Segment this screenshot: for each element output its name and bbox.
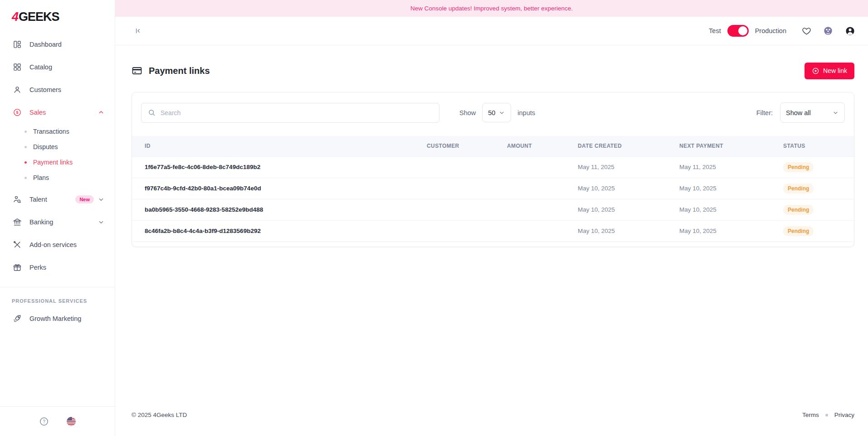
filter-label: Filter: (756, 109, 773, 116)
search-input[interactable] (141, 103, 439, 123)
sidebar-item-banking[interactable]: Banking (0, 211, 115, 233)
sidebar-item-sales[interactable]: $ Sales (0, 101, 115, 124)
banner-text: New Console updates! Improved system, be… (410, 5, 573, 12)
sidebar-subitem-plans[interactable]: Plans (0, 170, 115, 185)
table-cell: f9767c4b-9cfd-42b0-80a1-bcea09b74e0d (132, 178, 427, 199)
status-badge: Pending (783, 226, 814, 236)
sidebar-subitem-disputes[interactable]: Disputes (0, 139, 115, 155)
table-cell: May 10, 2025 (679, 199, 783, 220)
bullet-icon (24, 131, 27, 133)
favorites-heart-icon[interactable] (802, 26, 811, 36)
sidebar-item-label: Perks (29, 264, 46, 271)
table-row[interactable]: 1f6e77a5-fe8c-4c06-8deb-8c749dc189b2May … (132, 156, 854, 178)
sidebar-item-label: Sales (29, 109, 46, 116)
chevron-down-icon[interactable] (98, 218, 105, 226)
sidebar-subitem-payment-links[interactable]: Payment links (0, 155, 115, 170)
page-title: Payment links (149, 66, 210, 76)
gift-icon (13, 263, 22, 272)
account-icon[interactable] (845, 26, 855, 36)
payment-links-card: Show 50 inputs Filter: Show all ID (132, 92, 854, 247)
us-flag-icon[interactable] (66, 417, 76, 426)
sidebar-bottom-bar: ? (0, 406, 115, 436)
topbar: Test Production (115, 17, 868, 45)
production-label: Production (755, 27, 786, 34)
sidebar-item-perks[interactable]: Perks (0, 256, 115, 279)
page-size-select[interactable]: 50 (482, 103, 511, 122)
environment-toggle[interactable] (727, 25, 749, 37)
table-cell: 1f6e77a5-fe8c-4c06-8deb-8c749dc189b2 (132, 156, 427, 178)
section-label: PROFESSIONAL SERVICES (0, 287, 115, 304)
svg-text:$: $ (16, 110, 18, 115)
footer-links: Terms Privacy (802, 412, 854, 418)
logo-accent: 4 (12, 10, 18, 24)
table-cell: May 11, 2025 (578, 156, 679, 178)
table-cell: May 10, 2025 (578, 220, 679, 242)
announcement-banner: New Console updates! Improved system, be… (115, 0, 868, 17)
chevron-down-icon[interactable] (98, 196, 105, 203)
table-cell: Pending (783, 156, 854, 178)
sidebar-item-customers[interactable]: Customers (0, 78, 115, 101)
table-cell: 8c46fa2b-b8c4-4c4a-b3f9-d1283569b292 (132, 220, 427, 242)
column-header: ID (132, 136, 427, 156)
chevron-up-icon[interactable] (98, 109, 105, 116)
column-header: NEXT PAYMENT (679, 136, 783, 156)
table-row[interactable]: ba0b5965-3550-4668-9283-58252e9bd488May … (132, 199, 854, 220)
sidebar-item-talent[interactable]: Talent New (0, 188, 115, 211)
sidebar: 4GEEKS Dashboard Catalog Customers $ Sal… (0, 0, 115, 436)
privacy-link[interactable]: Privacy (834, 412, 854, 418)
sidebar-item-catalog[interactable]: Catalog (0, 56, 115, 78)
dashboard-icon (13, 40, 22, 49)
sidebar-subitem-transactions[interactable]: Transactions (0, 124, 115, 139)
logo[interactable]: 4GEEKS (0, 0, 115, 24)
rocket-icon (13, 314, 22, 323)
payment-links-table: IDCUSTOMERAMOUNTDATE CREATEDNEXT PAYMENT… (132, 136, 854, 242)
table-cell (427, 178, 507, 199)
help-icon[interactable]: ? (39, 417, 49, 426)
logo-text: GEEKS (19, 10, 59, 24)
table-cell: Pending (783, 220, 854, 242)
main-content: Payment links New link Show 50 inp (115, 45, 868, 436)
filter-value: Show all (786, 109, 811, 116)
column-header: AMOUNT (507, 136, 578, 156)
status-badge: Pending (783, 162, 814, 172)
table-cell: Pending (783, 178, 854, 199)
footer: © 2025 4Geeks LTD Terms Privacy (132, 412, 854, 418)
page-size-value: 50 (488, 109, 495, 116)
sidebar-item-label: Customers (29, 86, 61, 93)
table-cell: May 10, 2025 (679, 220, 783, 242)
sidebar-item-addon-services[interactable]: Add-on services (0, 233, 115, 256)
sidebar-item-growth-marketing[interactable]: Growth Marketing (0, 307, 115, 330)
inputs-label: inputs (517, 109, 535, 116)
status-badge: Pending (783, 205, 814, 215)
plus-circle-icon (812, 67, 819, 75)
sidebar-item-dashboard[interactable]: Dashboard (0, 33, 115, 56)
new-link-button[interactable]: New link (805, 63, 854, 79)
test-label: Test (709, 27, 721, 34)
table-cell: ba0b5965-3550-4668-9283-58252e9bd488 (132, 199, 427, 220)
sidebar-subitem-label: Transactions (33, 128, 69, 135)
terms-link[interactable]: Terms (802, 412, 819, 418)
table-cell (507, 220, 578, 242)
table-cell: May 11, 2025 (679, 156, 783, 178)
table-cell (507, 178, 578, 199)
filter-group: Filter: Show all (756, 102, 845, 123)
column-header: DATE CREATED (578, 136, 679, 156)
filter-select[interactable]: Show all (780, 102, 845, 123)
collapse-sidebar-icon[interactable] (133, 26, 142, 35)
table-row[interactable]: 8c46fa2b-b8c4-4c4a-b3f9-d1283569b292May … (132, 220, 854, 242)
show-label: Show (459, 109, 476, 116)
sales-icon: $ (13, 108, 22, 117)
customers-icon (13, 85, 22, 94)
page-header: Payment links New link (132, 62, 854, 80)
table-controls: Show 50 inputs Filter: Show all (132, 92, 854, 123)
table-cell: Pending (783, 199, 854, 220)
bullet-icon (24, 161, 27, 164)
table-cell: May 10, 2025 (578, 178, 679, 199)
sidebar-subitem-label: Disputes (33, 143, 58, 150)
catalog-icon (13, 63, 22, 72)
table-row[interactable]: f9767c4b-9cfd-42b0-80a1-bcea09b74e0dMay … (132, 178, 854, 199)
sidebar-subitem-label: Payment links (33, 159, 73, 166)
table-cell (427, 220, 507, 242)
theme-palette-icon[interactable] (823, 26, 833, 36)
sidebar-item-label: Dashboard (29, 41, 62, 48)
